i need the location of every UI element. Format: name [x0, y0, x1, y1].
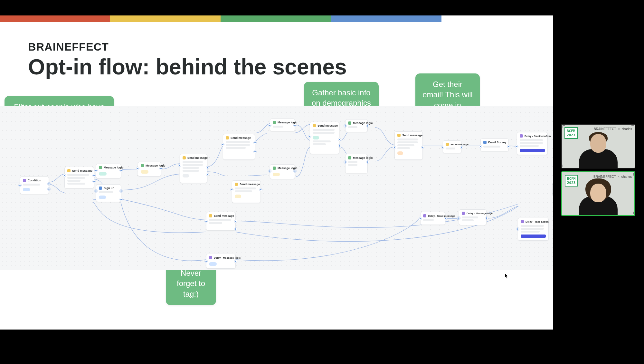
node-title: Message logic — [278, 167, 298, 170]
accent-red — [0, 15, 110, 22]
brand-sep: × — [617, 127, 621, 131]
send-icon — [226, 136, 229, 139]
node-message-logic-3[interactable]: Message logic — [270, 119, 295, 131]
node-message-logic-4b[interactable]: Message logic — [345, 154, 368, 173]
node-send-message-low[interactable]: Send message — [206, 212, 236, 231]
logic-icon — [348, 121, 351, 125]
event-badge: BCFM 2023 — [564, 127, 578, 139]
send-icon — [397, 134, 401, 137]
logic-icon — [141, 164, 144, 167]
chip — [313, 136, 319, 139]
delay-icon — [462, 212, 465, 215]
node-send-message-1[interactable]: Send message — [64, 167, 94, 188]
node-title: Send message — [450, 143, 469, 146]
brand-logo-text: BRAINEFFECT — [28, 41, 109, 53]
participant-silhouette — [581, 131, 616, 168]
send-icon — [446, 143, 449, 146]
badge-code: BCFM — [567, 177, 576, 181]
logic-icon — [348, 156, 351, 159]
node-delay-action[interactable]: Delay - Take action — [518, 218, 549, 241]
node-message-logic-1[interactable]: Message logic — [96, 164, 121, 178]
delay-icon — [423, 214, 426, 217]
presentation-stage: BRAINEFFECT Opt-in flow: behind the scen… — [0, 0, 553, 364]
chip — [209, 262, 217, 266]
node-send-message-3[interactable]: Send message — [223, 134, 255, 160]
node-title: Message logic — [353, 156, 373, 159]
chip — [183, 174, 189, 177]
brand-left: BRAINEFFECT — [594, 127, 616, 131]
logic-icon — [273, 121, 276, 124]
node-condition[interactable]: Condition — [20, 177, 49, 194]
badge-year: 2023 — [567, 181, 576, 185]
node-message-logic-4[interactable]: Message logic — [345, 119, 368, 132]
condition-icon — [23, 179, 26, 182]
accent-color-bar — [0, 15, 553, 22]
letterbox-bottom — [0, 330, 553, 364]
node-email-survey[interactable]: Email Survey — [480, 139, 509, 151]
letterbox-top — [0, 0, 553, 15]
badge-code: BCFM — [567, 129, 575, 133]
chip — [99, 172, 107, 176]
accent-white — [441, 15, 553, 22]
node-send-message-3b[interactable]: Send message — [232, 180, 261, 203]
node-send-message-5s[interactable]: Send message — [443, 140, 461, 153]
node-title: Send message — [214, 214, 234, 217]
node-title: Message logic — [104, 166, 124, 169]
brand-right: charles — [621, 175, 632, 178]
webcam-tile-1[interactable]: BCFM 2023 BRAINEFFECT × charles — [561, 124, 635, 168]
accent-green — [221, 15, 331, 22]
flow-canvas[interactable]: Condition Send message Message logic — [0, 106, 553, 270]
delay-icon — [521, 220, 524, 223]
badge-year: 2023 — [567, 133, 575, 137]
node-title: Delay - Message logic — [467, 212, 493, 215]
node-title: Message logic — [146, 164, 166, 167]
node-title: Delay - Email confirm — [525, 135, 551, 138]
chip — [99, 196, 106, 199]
node-message-logic-3b[interactable]: Message logic — [270, 164, 295, 179]
node-signup-1[interactable]: Sign up — [96, 184, 121, 202]
node-title: Delay - Send message — [428, 215, 455, 217]
slide-body: BRAINEFFECT Opt-in flow: behind the scen… — [0, 22, 553, 330]
accent-yellow — [110, 15, 221, 22]
node-title: Send message — [187, 156, 208, 159]
node-delay-logic-2[interactable]: Delay - Message logic — [459, 209, 487, 225]
brand-right: charles — [622, 127, 632, 131]
signup-icon — [99, 187, 102, 190]
node-title: Send message — [402, 134, 422, 137]
delay-icon — [520, 134, 523, 138]
mouse-cursor-icon — [505, 273, 509, 279]
node-delay-message-logic-tag[interactable]: Delay - Message logic — [206, 254, 236, 269]
node-send-message-4[interactable]: Send message — [310, 122, 339, 154]
send-icon — [235, 183, 238, 186]
node-title: Send message — [317, 124, 338, 127]
chip — [235, 195, 241, 198]
node-delay-send[interactable]: Delay - Send message — [420, 212, 445, 225]
event-badge: BCFM 2023 — [565, 175, 578, 187]
webcam-tile-2-active[interactable]: BCFM 2023 BRAINEFFECT × charles — [561, 171, 635, 216]
video-participant-column: BCFM 2023 BRAINEFFECT × charles BCFM 202… — [553, 0, 644, 364]
node-title: Sign up — [104, 187, 114, 190]
node-send-message-5[interactable]: Send message — [394, 131, 423, 160]
node-title: Message logic — [278, 121, 298, 124]
send-icon — [313, 124, 316, 127]
logic-icon — [99, 166, 102, 169]
send-icon — [209, 214, 212, 217]
node-title: Delay - Take action — [526, 220, 549, 223]
chip — [141, 170, 148, 174]
brand-collab: BRAINEFFECT × charles — [594, 127, 632, 131]
node-title: Message logic — [353, 121, 373, 125]
chip — [273, 173, 280, 176]
cta-button[interactable] — [521, 235, 546, 238]
send-icon — [67, 169, 71, 172]
node-delay-confirm[interactable]: Delay - Email confirm — [517, 132, 548, 155]
node-title: Email Survey — [488, 141, 507, 144]
cta-button[interactable] — [520, 149, 545, 152]
send-icon — [183, 156, 186, 159]
node-message-logic-2[interactable]: Message logic — [138, 162, 161, 177]
node-title: Send message — [72, 169, 92, 172]
participant-silhouette — [581, 178, 616, 215]
brand-sep: × — [617, 175, 620, 178]
logic-icon — [273, 167, 276, 170]
accent-blue — [331, 15, 441, 22]
node-send-message-2[interactable]: Send message — [180, 154, 207, 183]
